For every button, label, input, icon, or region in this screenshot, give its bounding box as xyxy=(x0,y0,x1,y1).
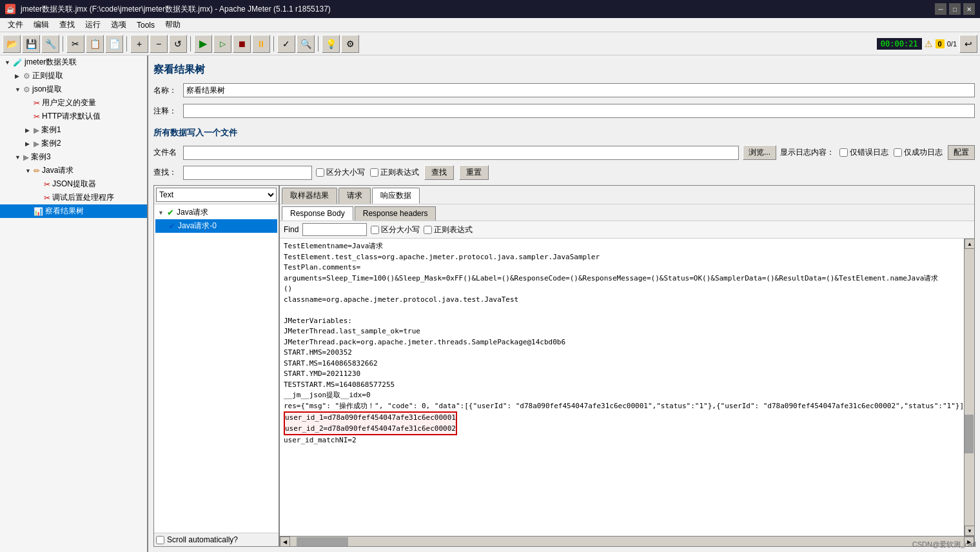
case-sensitive-checkbox[interactable] xyxy=(316,168,324,177)
scroll-down-button[interactable]: ▼ xyxy=(965,526,974,536)
browse-button[interactable]: 浏览... xyxy=(743,145,776,160)
regex-label[interactable]: 正则表达式 xyxy=(370,167,419,178)
menu-search[interactable]: 查找 xyxy=(54,18,80,32)
sidebar-item-debug[interactable]: ✂ 调试后置处理程序 xyxy=(0,191,147,204)
sidebar-item-label-httpdefaults: HTTP请求默认值 xyxy=(42,111,101,122)
sidebar-item-label-root: jmeter数据关联 xyxy=(24,57,77,68)
search-input[interactable] xyxy=(183,166,312,180)
expand-arrow-javareq: ▼ xyxy=(25,168,32,174)
scroll-right-button[interactable]: ▶ xyxy=(964,537,974,546)
find-regex-label[interactable]: 正则表达式 xyxy=(424,224,473,235)
toolbar-clearall[interactable]: 🔍 xyxy=(297,35,315,53)
only-success-label[interactable]: 仅成功日志 xyxy=(894,147,943,158)
sidebar-item-httpdefaults[interactable]: ✂ HTTP请求默认值 xyxy=(0,110,147,123)
view-dropdown[interactable]: Text HTML JSON XML Boundary xyxy=(156,188,277,202)
result-java-req-parent[interactable]: ▼ ✔ Java请求 xyxy=(155,206,277,219)
scroll-left-button[interactable]: ◀ xyxy=(280,537,290,546)
results-left: Text HTML JSON XML Boundary ▼ ✔ Java请求 xyxy=(154,186,280,546)
toolbar-save[interactable]: 💾 xyxy=(22,35,40,53)
scrollbar-track-h xyxy=(290,537,964,546)
search-row: 查找： 区分大小写 正则表达式 查找 重置 xyxy=(153,165,975,180)
toolbar-paste[interactable]: 📄 xyxy=(105,35,123,53)
panel-title: 察看结果树 xyxy=(153,61,975,79)
sidebar-item-label-uservars: 用户定义的变量 xyxy=(42,97,96,108)
toolbar: 📂 💾 🔧 ✂ 📋 📄 + − ↺ ▶ ▷ ⏹ ⏸ ✓ 🔍 💡 ⚙ 00:00:… xyxy=(0,32,980,55)
expand-arrow-json: ▼ xyxy=(15,86,21,93)
scrollbar-thumb-h[interactable] xyxy=(297,537,348,546)
results-right: 取样器结果 请求 响应数据 Response Body Response hea… xyxy=(280,186,974,546)
sidebar-item-setup[interactable]: ▶ ⚙ 正则提取 xyxy=(0,69,147,83)
find-case-text: 区分大小写 xyxy=(381,224,420,235)
only-success-checkbox[interactable] xyxy=(894,148,902,157)
toolbar-saveas[interactable]: 🔧 xyxy=(41,35,59,53)
sidebar-item-case1[interactable]: ▶ ▶ 案例1 xyxy=(0,123,147,137)
menu-tools[interactable]: Tools xyxy=(132,19,160,31)
sidebar-item-label-javareq: Java请求 xyxy=(42,165,74,176)
only-error-label[interactable]: 仅错误日志 xyxy=(839,147,888,158)
case-sensitive-text: 区分大小写 xyxy=(326,167,365,178)
results-container: Text HTML JSON XML Boundary ▼ ✔ Java请求 xyxy=(153,185,975,547)
scroll-up-button[interactable]: ▲ xyxy=(965,239,974,249)
menu-help[interactable]: 帮助 xyxy=(160,18,186,32)
menu-options[interactable]: 选项 xyxy=(106,18,132,32)
scrollbar-thumb-v[interactable] xyxy=(965,415,974,453)
sidebar-item-jsonext[interactable]: ✂ JSON提取器 xyxy=(0,177,147,191)
toolbar-info[interactable]: ↩ xyxy=(959,35,977,53)
subtab-body[interactable]: Response Body xyxy=(282,206,353,221)
time-display: 00:00:21 xyxy=(877,38,922,50)
toolbar-settings[interactable]: ⚙ xyxy=(341,35,359,53)
uservars-icon: ✂ xyxy=(34,99,40,108)
toolbar-reset[interactable]: ↺ xyxy=(169,35,187,53)
toolbar-templates[interactable]: 💡 xyxy=(322,35,340,53)
sidebar-item-json[interactable]: ▼ ⚙ json提取 xyxy=(0,83,147,96)
sidebar-item-uservars[interactable]: ✂ 用户定义的变量 xyxy=(0,96,147,110)
menu-edit[interactable]: 编辑 xyxy=(28,18,54,32)
find-regex-checkbox[interactable] xyxy=(424,226,432,234)
file-input[interactable] xyxy=(183,146,739,160)
toolbar-start[interactable]: ▶ xyxy=(194,35,212,53)
close-button[interactable]: ✕ xyxy=(963,3,975,15)
menu-file[interactable]: 文件 xyxy=(3,18,28,32)
config-button[interactable]: 配置 xyxy=(948,145,975,160)
reset-button[interactable]: 重置 xyxy=(459,165,489,180)
tab-sampler[interactable]: 取样器结果 xyxy=(282,188,337,204)
scroll-auto-checkbox[interactable] xyxy=(156,536,164,544)
warning-count: 0 xyxy=(936,39,945,48)
horizontal-scrollbar[interactable]: ◀ ▶ xyxy=(280,536,974,546)
maximize-button[interactable]: □ xyxy=(949,3,961,15)
name-input[interactable] xyxy=(183,83,975,97)
toolbar-copy[interactable]: 📋 xyxy=(86,35,104,53)
toolbar-shutdown[interactable]: ⏸ xyxy=(252,35,270,53)
regex-checkbox[interactable] xyxy=(370,168,378,177)
sidebar-item-root[interactable]: ▼ 🧪 jmeter数据关联 xyxy=(0,55,147,69)
toolbar-clear[interactable]: ✓ xyxy=(277,35,295,53)
name-row: 名称： xyxy=(153,83,975,97)
subtab-headers[interactable]: Response headers xyxy=(355,206,436,221)
sidebar-item-case3[interactable]: ▼ ▶ 案例3 xyxy=(0,150,147,164)
find-case-checkbox[interactable] xyxy=(371,226,379,234)
toolbar-cut[interactable]: ✂ xyxy=(66,35,84,53)
result-java-req-0[interactable]: ✔ Java请求-0 xyxy=(155,219,277,233)
only-error-checkbox[interactable] xyxy=(839,148,848,157)
tab-response[interactable]: 响应数据 xyxy=(372,188,420,204)
find-input[interactable] xyxy=(302,223,367,236)
toolbar-collapse[interactable]: − xyxy=(150,35,168,53)
comment-input[interactable] xyxy=(183,104,975,118)
toolbar-start-nopause[interactable]: ▷ xyxy=(213,35,231,53)
section-header: 所有数据写入一个文件 xyxy=(153,127,975,139)
tab-request[interactable]: 请求 xyxy=(338,188,371,204)
sidebar-item-viewresults[interactable]: 📊 察看结果树 xyxy=(0,204,147,218)
minimize-button[interactable]: ─ xyxy=(935,3,946,15)
vertical-scrollbar[interactable]: ▲ ▼ xyxy=(964,239,974,536)
sidebar-item-javareq[interactable]: ▼ ✏ Java请求 xyxy=(0,164,147,177)
toolbar-stop[interactable]: ⏹ xyxy=(233,35,251,53)
toolbar-open[interactable]: 📂 xyxy=(3,35,21,53)
menu-run[interactable]: 运行 xyxy=(80,18,106,32)
find-case-label[interactable]: 区分大小写 xyxy=(371,224,420,235)
toolbar-expand[interactable]: + xyxy=(130,35,148,53)
search-button[interactable]: 查找 xyxy=(424,165,454,180)
viewresults-icon: 📊 xyxy=(34,207,43,216)
sidebar-item-case2[interactable]: ▶ ▶ 案例2 xyxy=(0,137,147,150)
response-content[interactable]: TestElementname=Java请求 TestElement.test_… xyxy=(280,239,964,536)
case-sensitive-label[interactable]: 区分大小写 xyxy=(316,167,365,178)
